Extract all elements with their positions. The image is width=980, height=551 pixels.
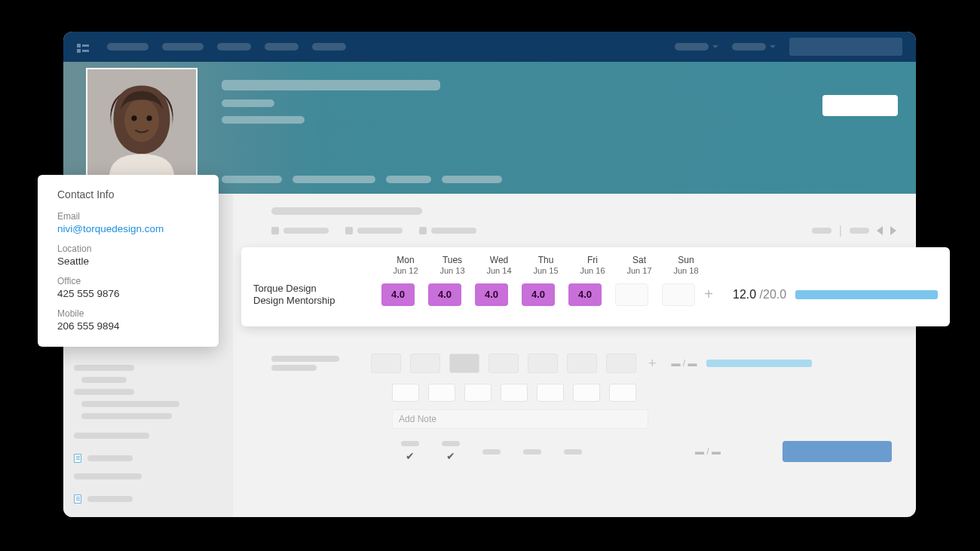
nav-item[interactable] (217, 43, 251, 51)
toolbar-item[interactable] (419, 227, 476, 234)
svg-rect-0 (77, 44, 81, 47)
nav-item[interactable] (107, 43, 149, 51)
hours-cell[interactable] (609, 384, 636, 402)
svg-rect-2 (77, 49, 81, 53)
hours-cell[interactable] (573, 384, 600, 402)
mobile-label: Mobile (57, 308, 205, 319)
row-hours-total: 12.0 /20.0 (733, 288, 786, 302)
profile-header (63, 62, 916, 194)
toolbar-item[interactable] (271, 227, 329, 234)
document-icon (74, 494, 81, 504)
contact-info-popover: Contact Info Email nivi@torquedesign.com… (38, 175, 219, 347)
hours-cell[interactable]: 4.0 (522, 283, 555, 306)
sidebar-doc-item[interactable] (74, 454, 222, 463)
timesheet-day-headers: MonJun 12 TuesJun 13 WedJun 14 ThuJun 15… (389, 255, 938, 275)
header-action-button[interactable] (822, 95, 898, 116)
day-approval[interactable]: ✔ (401, 441, 419, 462)
nav-dropdown[interactable] (675, 43, 718, 51)
next-week-icon[interactable] (890, 226, 896, 235)
day-approval[interactable] (482, 449, 501, 455)
email-label: Email (57, 211, 205, 222)
hours-cell[interactable]: 4.0 (381, 283, 415, 306)
hours-cell[interactable] (428, 384, 455, 402)
profile-tab[interactable] (292, 176, 375, 183)
hours-cell[interactable] (371, 354, 401, 373)
office-value[interactable]: 425 555 9876 (57, 288, 205, 299)
hours-cell[interactable]: 4.0 (428, 283, 461, 306)
email-value[interactable]: nivi@torquedesign.com (57, 223, 205, 234)
hours-cell[interactable] (449, 354, 479, 373)
check-icon: ✔ (446, 450, 455, 462)
add-row-icon[interactable]: + (700, 286, 718, 303)
hours-cell[interactable] (537, 384, 564, 402)
profile-tab[interactable] (222, 176, 282, 183)
hours-cell[interactable] (392, 384, 419, 402)
row-progress-bar (795, 290, 938, 299)
project-name[interactable]: Torque Design Design Mentorship (253, 283, 381, 306)
hours-cell[interactable] (501, 384, 528, 402)
check-icon: ✔ (406, 450, 415, 462)
document-icon (74, 454, 81, 463)
hours-cell[interactable] (606, 354, 636, 373)
hours-cell[interactable] (615, 283, 648, 306)
hours-cell[interactable]: 4.0 (568, 283, 602, 306)
week-total-dimmed: ▬ / ▬ (695, 446, 721, 457)
nav-dropdown[interactable] (732, 43, 776, 51)
profile-subline-placeholder (222, 99, 274, 107)
svg-rect-1 (82, 44, 89, 47)
profile-tab[interactable] (442, 176, 502, 183)
contact-info-heading: Contact Info (57, 188, 205, 201)
nav-item[interactable] (162, 43, 204, 51)
avatar (86, 68, 198, 179)
add-note-input[interactable]: Add Note (392, 409, 648, 429)
profile-tab[interactable] (386, 176, 431, 183)
caret-down-icon (712, 45, 718, 48)
hours-cell[interactable] (528, 354, 558, 373)
profile-subline-placeholder (222, 116, 305, 124)
caret-down-icon (770, 45, 776, 48)
prev-week-icon[interactable] (877, 226, 883, 235)
nav-item[interactable] (312, 43, 346, 51)
svg-point-6 (131, 115, 136, 121)
hours-cell[interactable] (488, 354, 519, 373)
location-value: Seattle (57, 256, 205, 267)
day-approval[interactable]: ✔ (442, 441, 460, 462)
add-row-icon[interactable]: + (648, 356, 657, 372)
app-logo-icon (77, 42, 89, 51)
section-title-placeholder (271, 207, 422, 215)
global-search-input[interactable] (789, 38, 902, 56)
submit-button[interactable] (782, 441, 892, 462)
timesheet-row: Torque Design Design Mentorship 4.0 4.0 … (253, 283, 938, 306)
day-approval[interactable] (564, 449, 582, 455)
day-approval[interactable] (523, 449, 541, 455)
sidebar-doc-item[interactable] (74, 494, 222, 504)
svg-point-5 (124, 99, 159, 142)
profile-name-placeholder (222, 80, 440, 90)
timesheet-card: MonJun 12 TuesJun 13 WedJun 14 ThuJun 15… (241, 247, 950, 326)
office-label: Office (57, 276, 205, 286)
location-label: Location (57, 243, 205, 254)
hours-cell[interactable] (567, 354, 597, 373)
svg-point-7 (146, 115, 152, 121)
hours-cell[interactable] (662, 283, 695, 306)
toolbar-item[interactable] (345, 227, 403, 234)
mobile-value[interactable]: 206 555 9894 (57, 320, 205, 332)
row-total-dimmed: ▬ / ▬ (672, 358, 697, 369)
nav-item[interactable] (265, 43, 299, 51)
hours-cell[interactable]: 4.0 (475, 283, 508, 306)
svg-rect-3 (82, 50, 89, 52)
progress-bar-dimmed (706, 360, 812, 367)
top-nav (63, 32, 916, 62)
hours-cell[interactable] (464, 384, 492, 402)
hours-cell[interactable] (410, 354, 440, 373)
timesheet-row-dimmed: + ▬ / ▬ (271, 354, 896, 373)
